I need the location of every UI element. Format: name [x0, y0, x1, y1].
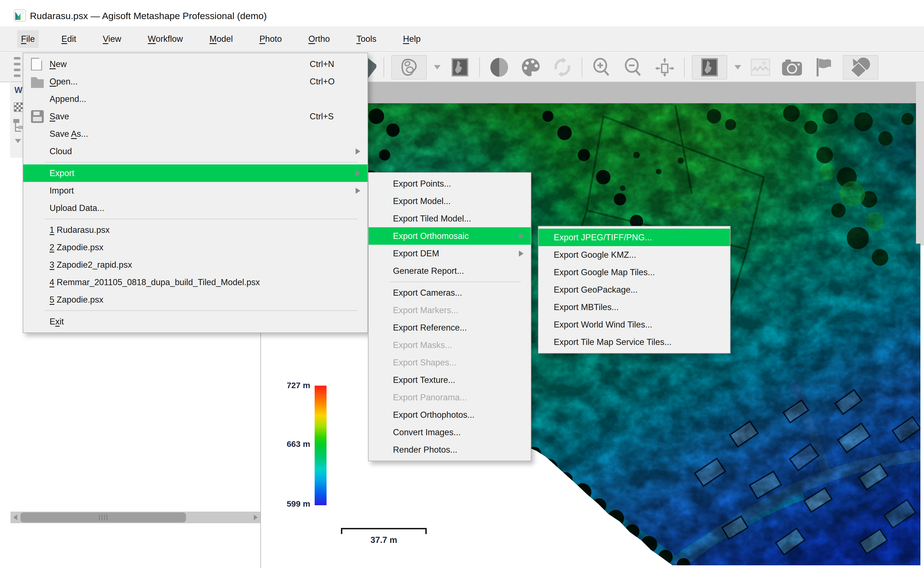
menu-item[interactable]: Export Tile Map Service Tiles... [539, 333, 730, 351]
menu-item[interactable]: Export Orthophotos... [369, 406, 531, 424]
menubar-item[interactable]: File [17, 30, 39, 48]
menubar-item[interactable]: Model [206, 30, 236, 48]
menu-item[interactable]: Append... [23, 90, 368, 108]
menu-item-label: Export GeoPackage... [554, 285, 637, 295]
dropdown-caret-icon[interactable] [434, 65, 441, 70]
toolbar-separator [479, 57, 480, 77]
scroll-right-icon[interactable] [251, 511, 260, 523]
menu-item[interactable]: Export Reference... [369, 319, 531, 336]
zoom-in-icon [592, 57, 611, 77]
map-view-button[interactable] [448, 55, 472, 79]
menu-item[interactable]: Generate Report... [369, 262, 531, 280]
save-icon [31, 110, 44, 123]
menu-item[interactable]: Export Cameras... [369, 284, 531, 302]
menubar-item[interactable]: Photo [255, 30, 285, 48]
menu-item[interactable]: Export Model... [369, 192, 531, 210]
fit-view-button[interactable] [653, 55, 677, 79]
menu-item-label: 4 Remmar_201105_0818_dupa_build_Tiled_Mo… [49, 277, 260, 288]
orthomosaic-view-button[interactable] [692, 55, 727, 79]
scale-bar-bracket [341, 528, 427, 534]
scrollbar-track[interactable] [20, 511, 251, 523]
menu-item-label: Export Orthomosaic [393, 231, 469, 241]
menu-item[interactable]: Convert Images... [369, 424, 531, 441]
menubar-item[interactable]: Edit [57, 30, 80, 48]
menu-item-label: Export Shapes... [393, 358, 456, 368]
brightness-contrast-button[interactable] [487, 55, 511, 79]
menu-item-label: Export World Wind Tiles... [554, 320, 652, 330]
menu-item[interactable]: Export Google Map Tiles... [539, 264, 730, 281]
toolbar-separator [684, 57, 685, 77]
menu-item[interactable]: Export Orthomosaic [369, 227, 531, 245]
workspace-pane-fragment: W [10, 52, 23, 158]
menu-item[interactable]: Export DEM [369, 245, 531, 262]
colorbar-min-label: 599 m [260, 499, 310, 508]
menu-item-label: New [49, 59, 67, 69]
scroll-left-icon[interactable] [11, 511, 20, 523]
menu-item[interactable]: Open... Ctrl+O [23, 73, 368, 90]
menu-item[interactable]: Export Panorama... [369, 389, 531, 406]
menu-item-label: Exit [49, 317, 64, 327]
zoom-in-button[interactable] [590, 55, 614, 79]
menu-item-label: Export [49, 168, 74, 178]
menu-item[interactable]: Import [23, 182, 368, 199]
menu-item[interactable]: Exit [23, 313, 368, 330]
checker-grid-icon[interactable] [14, 102, 23, 112]
menu-item[interactable]: 2 Zapodie.psx [23, 239, 368, 256]
menu-item[interactable]: Export Shapes... [369, 354, 531, 371]
menu-item-label: 1 Rudarasu.psx [49, 225, 109, 235]
menu-item[interactable]: Export Markers... [369, 302, 531, 319]
menu-item[interactable]: Upload Data... [23, 199, 368, 217]
submenu-arrow-icon [356, 148, 360, 154]
menu-item[interactable]: Export World Wind Tiles... [539, 316, 730, 333]
menubar-item-label: File [21, 34, 35, 44]
menu-bar: File Edit View Workflow Model Photo Orth… [0, 26, 924, 52]
hierarchy-tree-icon[interactable] [13, 119, 24, 134]
seamlines-icon [751, 59, 770, 76]
menu-item-shortcut: Ctrl+O [310, 77, 334, 87]
open-folder-icon [31, 75, 44, 88]
menu-item[interactable]: 5 Zapodie.psx [23, 291, 368, 308]
menu-item[interactable]: Export Masks... [369, 336, 531, 354]
menu-item[interactable]: 3 Zapodie2_rapid.psx [23, 256, 368, 273]
menubar-item[interactable]: Workflow [144, 30, 187, 48]
menubar-item[interactable]: View [99, 30, 125, 48]
menu-item[interactable]: New Ctrl+N [23, 56, 368, 73]
flag-button[interactable] [811, 55, 836, 79]
menu-item[interactable]: Export Tiled Model... [369, 210, 531, 227]
menubar-item-label: Ortho [308, 34, 330, 44]
menu-item[interactable]: Render Photos... [369, 441, 531, 459]
zoom-out-button[interactable] [621, 55, 645, 79]
menubar-item[interactable]: Ortho [304, 30, 334, 48]
menu-item[interactable]: Save As... [23, 125, 368, 143]
scale-bar: 37.7 m [341, 528, 427, 545]
menubar-item[interactable]: Tools [353, 30, 380, 48]
menu-item[interactable]: Export Google KMZ... [539, 246, 730, 264]
dropdown-caret-icon[interactable] [734, 65, 741, 70]
toolbar-grip-icon[interactable] [14, 57, 21, 77]
menu-item-label: Export Texture... [393, 375, 455, 385]
capture-photo-button[interactable] [780, 55, 804, 79]
menu-item[interactable]: Save Ctrl+S [23, 108, 368, 125]
menu-item[interactable]: Cloud [23, 143, 368, 160]
menu-item-label: Export Google Map Tiles... [554, 267, 655, 277]
menu-item[interactable]: Export [23, 164, 368, 182]
menu-item[interactable]: Export Points... [369, 175, 531, 192]
scrollbar-thumb[interactable] [21, 512, 186, 523]
seamlines-button[interactable] [748, 55, 773, 79]
menu-item[interactable]: Export GeoPackage... [539, 281, 730, 299]
menubar-item[interactable]: Help [399, 30, 425, 48]
horizontal-scrollbar[interactable] [11, 511, 260, 523]
menu-item[interactable]: Export JPEG/TIFF/PNG... [539, 229, 730, 246]
menu-item[interactable]: Export Texture... [369, 371, 531, 389]
rotate-view-button[interactable] [550, 55, 574, 79]
metashape-app-icon [14, 10, 26, 22]
menu-item[interactable]: Export MBTiles... [539, 299, 730, 316]
menu-item-label: Generate Report... [393, 266, 464, 276]
menu-item[interactable]: 1 Rudarasu.psx [23, 221, 368, 239]
chevron-down-icon[interactable] [15, 139, 21, 143]
menu-item[interactable]: 4 Remmar_201105_0818_dupa_build_Tiled_Mo… [23, 273, 368, 291]
palette-button[interactable] [518, 55, 543, 79]
dem-contours-button[interactable] [391, 55, 427, 79]
shapes-layer-icon [850, 57, 871, 78]
shapes-layer-button[interactable] [843, 55, 878, 79]
